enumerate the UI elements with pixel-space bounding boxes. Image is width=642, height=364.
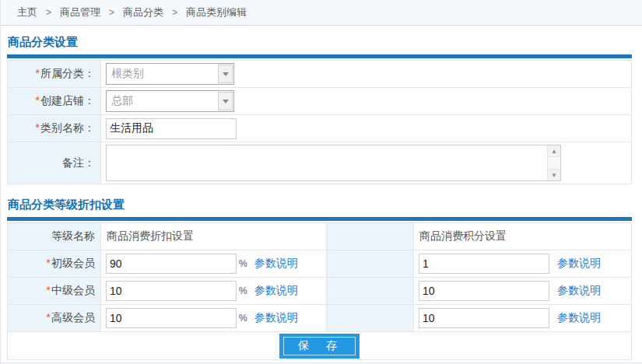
percent-sign: % bbox=[239, 258, 247, 269]
shop-label: 创建店铺： bbox=[40, 94, 95, 107]
remark-textarea[interactable] bbox=[107, 145, 547, 180]
parent-category-select[interactable]: 根类别 bbox=[106, 63, 234, 85]
discount-value-cell: %参数说明 bbox=[101, 305, 327, 332]
senior-points-input[interactable] bbox=[419, 308, 549, 328]
remark-textarea-frame: ▲ ▼ bbox=[106, 145, 561, 181]
scroll-down-icon[interactable]: ▼ bbox=[548, 169, 560, 180]
points-value-cell: 参数说明 bbox=[414, 250, 632, 278]
middle-discount-input[interactable] bbox=[106, 281, 237, 301]
parent-category-label: 所属分类： bbox=[40, 67, 95, 79]
page: 主页 > 商品管理 > 商品分类 > 商品类别编辑 商品分类设置 *所属分类： … bbox=[0, 0, 642, 364]
breadcrumb-home[interactable]: 主页 bbox=[17, 5, 37, 19]
discount-header: 商品消费折扣设置 bbox=[107, 229, 194, 242]
discount-param-link[interactable]: 参数说明 bbox=[254, 311, 298, 324]
level-label-cell: *高级会员 bbox=[8, 305, 101, 332]
button-row: 保 存 bbox=[8, 332, 632, 360]
section-divider-bar bbox=[7, 54, 632, 58]
discount-settings-table: 等级名称 商品消费折扣设置 商品消费积分设置 *初级会员 %参数说明 bbox=[7, 222, 632, 360]
save-button[interactable]: 保 存 bbox=[279, 334, 360, 359]
section-title-discount-settings: 商品分类等级折扣设置 bbox=[7, 198, 632, 212]
level-name-header-cell: 等级名称 bbox=[8, 223, 101, 250]
table-row: *创建店铺： 总部 bbox=[8, 88, 632, 115]
middle-points-input[interactable] bbox=[419, 281, 549, 301]
discount-param-link[interactable]: 参数说明 bbox=[254, 284, 298, 296]
shop-label-cell: *创建店铺： bbox=[8, 88, 101, 115]
main-content: 商品分类设置 *所属分类： 根类别 *创建店铺： bbox=[1, 35, 642, 360]
level-label: 初级会员 bbox=[51, 257, 95, 269]
breadcrumb-separator: > bbox=[109, 7, 114, 18]
points-value-cell: 参数说明 bbox=[414, 305, 632, 332]
percent-sign: % bbox=[239, 285, 247, 296]
remark-label: 备注： bbox=[62, 156, 95, 169]
breadcrumb-separator: > bbox=[46, 7, 51, 18]
required-mark: * bbox=[47, 257, 51, 269]
remark-value-cell: ▲ ▼ bbox=[101, 142, 632, 184]
category-name-label-cell: *类别名称： bbox=[8, 115, 101, 142]
required-mark: * bbox=[36, 67, 40, 79]
level-label-cell: *初级会员 bbox=[8, 250, 101, 278]
shop-select[interactable]: 总部 bbox=[106, 90, 234, 112]
table-row: 备注： ▲ ▼ bbox=[8, 142, 632, 184]
points-header: 商品消费积分设置 bbox=[419, 229, 507, 242]
table-header-row: 等级名称 商品消费折扣设置 商品消费积分设置 bbox=[8, 223, 632, 250]
points-param-link[interactable]: 参数说明 bbox=[557, 284, 601, 296]
table-row-senior-member: *高级会员 %参数说明 参数说明 bbox=[8, 305, 632, 332]
table-row-junior-member: *初级会员 %参数说明 参数说明 bbox=[8, 250, 632, 278]
discount-value-cell: %参数说明 bbox=[101, 278, 327, 305]
breadcrumb-product-manage[interactable]: 商品管理 bbox=[60, 5, 100, 19]
shop-selected-value: 总部 bbox=[107, 94, 133, 108]
discount-param-link[interactable]: 参数说明 bbox=[254, 257, 298, 269]
parent-category-selected-value: 根类别 bbox=[107, 67, 144, 81]
parent-category-label-cell: *所属分类： bbox=[8, 61, 101, 88]
discount-header-cell: 商品消费折扣设置 bbox=[101, 223, 327, 250]
parent-category-value-cell: 根类别 bbox=[101, 61, 632, 88]
required-mark: * bbox=[47, 311, 51, 324]
required-mark: * bbox=[47, 284, 51, 296]
points-header-cell: 商品消费积分设置 bbox=[414, 223, 632, 250]
discount-value-cell: %参数说明 bbox=[101, 250, 327, 278]
section-title-category-settings: 商品分类设置 bbox=[7, 35, 632, 50]
level-label-cell: *中级会员 bbox=[8, 278, 101, 305]
shop-value-cell: 总部 bbox=[101, 88, 632, 115]
table-row-middle-member: *中级会员 %参数说明 参数说明 bbox=[8, 278, 632, 305]
category-name-label: 类别名称： bbox=[40, 121, 95, 134]
spacer-cell bbox=[327, 278, 414, 305]
breadcrumb-separator: > bbox=[172, 7, 177, 18]
breadcrumb: 主页 > 商品管理 > 商品分类 > 商品类别编辑 bbox=[1, 0, 642, 26]
chevron-down-icon[interactable] bbox=[218, 92, 233, 110]
remark-label-cell: 备注： bbox=[8, 142, 101, 184]
category-settings-table: *所属分类： 根类别 *创建店铺： 总部 bbox=[7, 60, 632, 184]
points-param-link[interactable]: 参数说明 bbox=[557, 311, 601, 324]
section-divider-bar bbox=[7, 217, 632, 221]
table-row: *所属分类： 根类别 bbox=[8, 61, 632, 88]
scrollbar[interactable]: ▲ ▼ bbox=[547, 145, 560, 180]
junior-discount-input[interactable] bbox=[106, 254, 237, 274]
level-label: 高级会员 bbox=[51, 311, 95, 324]
chevron-down-icon[interactable] bbox=[218, 65, 233, 83]
percent-sign: % bbox=[239, 313, 247, 324]
required-mark: * bbox=[36, 94, 40, 107]
scroll-up-icon[interactable]: ▲ bbox=[548, 145, 560, 157]
junior-points-input[interactable] bbox=[419, 254, 549, 274]
points-param-link[interactable]: 参数说明 bbox=[557, 257, 601, 269]
table-row: *类别名称： bbox=[8, 115, 632, 142]
breadcrumb-product-category[interactable]: 商品分类 bbox=[123, 5, 163, 19]
spacer-cell bbox=[327, 223, 414, 250]
save-button-cell: 保 存 bbox=[8, 332, 632, 360]
spacer-cell bbox=[327, 305, 414, 332]
spacer-cell bbox=[327, 250, 414, 278]
points-value-cell: 参数说明 bbox=[414, 278, 632, 305]
breadcrumb-current-page: 商品类别编辑 bbox=[186, 5, 247, 19]
save-button-label: 保 存 bbox=[283, 337, 356, 355]
category-name-input[interactable] bbox=[106, 118, 237, 139]
level-name-header: 等级名称 bbox=[51, 229, 95, 242]
level-label: 中级会员 bbox=[51, 284, 95, 296]
category-name-value-cell bbox=[101, 115, 632, 142]
required-mark: * bbox=[36, 121, 40, 134]
senior-discount-input[interactable] bbox=[106, 308, 237, 328]
